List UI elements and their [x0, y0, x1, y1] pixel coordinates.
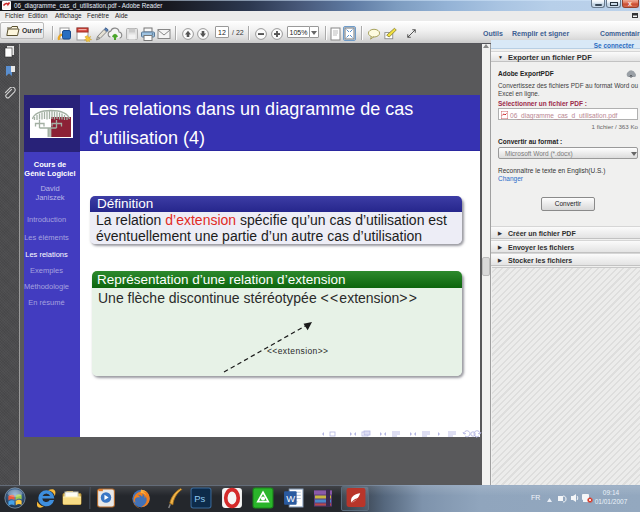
svg-text:W: W: [286, 493, 295, 504]
svg-text:Ps: Ps: [194, 493, 205, 504]
